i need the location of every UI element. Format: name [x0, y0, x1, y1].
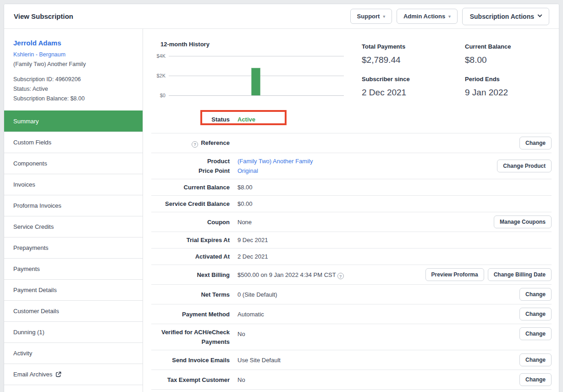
- seller-link[interactable]: Kshlerin - Bergnaum: [13, 51, 133, 58]
- stat-label: Subscriber since: [362, 76, 465, 83]
- sidebar-item-email-archives[interactable]: Email Archives: [4, 364, 143, 385]
- subscription-status: Status: Active: [13, 84, 133, 94]
- row-value: 2 Dec 2021: [237, 252, 268, 261]
- sidebar-item-customer-details[interactable]: Customer Details: [4, 300, 143, 321]
- row-next-billing: Next Billing $500.00 on 9 Jan 2022 4:34 …: [151, 265, 552, 284]
- customer-name-link[interactable]: Jerrold Adams: [13, 39, 133, 47]
- row-ach-verified: Verified for ACH/eCheck Payments No Chan…: [151, 324, 552, 350]
- product-link[interactable]: (Family Two) Another Family: [237, 156, 313, 166]
- sidebar-item-service-credits[interactable]: Service Credits: [4, 216, 143, 237]
- row-label: Send Invoice Emails: [151, 355, 230, 365]
- stat-label: Period Ends: [465, 76, 559, 83]
- external-link-icon: [55, 371, 61, 377]
- row-value: (Family Two) Another Family Original: [237, 156, 313, 176]
- sidebar-item-custom-fields[interactable]: Custom Fields: [4, 132, 143, 153]
- support-menu-button[interactable]: Support ▾: [350, 9, 392, 24]
- row-reference: ?Reference Change: [151, 133, 552, 153]
- subscription-stats: Total Payments $2,789.44 Current Balance…: [362, 43, 559, 98]
- sidebar-item-prepayments[interactable]: Prepayments: [4, 237, 143, 258]
- change-ach-verified-button[interactable]: Change: [519, 327, 552, 340]
- sidebar-item-invoices[interactable]: Invoices: [4, 174, 143, 195]
- change-reference-button[interactable]: Change: [519, 137, 552, 149]
- change-net-terms-button[interactable]: Change: [519, 288, 552, 301]
- subscription-sidebar: Jerrold Adams Kshlerin - Bergnaum (Famil…: [4, 29, 143, 392]
- y-axis-tick: $4K: [156, 53, 166, 59]
- sidebar-item-partial[interactable]: [4, 385, 143, 392]
- row-value: None: [237, 217, 252, 227]
- manage-coupons-button[interactable]: Manage Coupons: [494, 215, 552, 228]
- stat-period-ends: Period Ends 9 Jan 2022: [465, 76, 559, 98]
- change-send-invoice-emails-button[interactable]: Change: [519, 353, 552, 366]
- chevron-down-icon: ▾: [448, 14, 451, 19]
- change-billing-date-button[interactable]: Change Billing Date: [488, 268, 552, 281]
- admin-actions-menu-button[interactable]: Admin Actions ▾: [397, 9, 458, 24]
- row-coupon: Coupon None Manage Coupons: [151, 212, 552, 232]
- change-tax-exempt-button[interactable]: Change: [519, 373, 552, 386]
- sidebar-item-proforma-invoices[interactable]: Proforma Invoices: [4, 195, 143, 216]
- customer-info: Jerrold Adams Kshlerin - Bergnaum (Famil…: [4, 29, 143, 110]
- product-name: (Family Two) Another Family: [13, 61, 133, 67]
- twelve-month-history-chart: 12-month History $4K $2K $0: [160, 41, 344, 98]
- subscription-balance: Subscription Balance: $8.00: [13, 94, 133, 104]
- stat-value: 2 Dec 2021: [362, 88, 465, 98]
- row-service-credit-balance: Service Credit Balance $0.00: [151, 195, 552, 212]
- stat-value: 9 Jan 2022: [465, 88, 559, 98]
- row-label: Activated At: [151, 252, 230, 261]
- row-label: Coupon: [151, 217, 230, 227]
- stat-value: $8.00: [465, 55, 559, 65]
- row-label: ?Reference: [151, 138, 230, 148]
- price-point-link[interactable]: Original: [237, 166, 313, 176]
- chart-bars: [169, 56, 344, 95]
- help-icon[interactable]: ?: [337, 273, 344, 279]
- overview-section: 12-month History $4K $2K $0 Total Paymen…: [143, 29, 559, 98]
- page-header: View Subscription Support ▾ Admin Action…: [4, 4, 559, 29]
- row-send-invoice-emails: Send Invoice Emails Use Site Default Cha…: [151, 350, 552, 370]
- row-label: Trial Expires At: [151, 235, 230, 245]
- row-label: Net Terms: [151, 290, 230, 299]
- chart-title: 12-month History: [160, 41, 344, 48]
- status-label: Status: [151, 116, 230, 123]
- row-value: Automatic: [237, 309, 264, 319]
- subscription-actions-button[interactable]: Subscription Actions: [462, 8, 549, 25]
- sidebar-item-payments[interactable]: Payments: [4, 258, 143, 279]
- subscription-details-table: ?Reference Change Product Price Point (F…: [151, 133, 552, 392]
- row-value: 0 (Site Default): [237, 290, 277, 299]
- sidebar-item-dunning[interactable]: Dunning (1): [4, 321, 143, 342]
- status-value: Active: [237, 116, 255, 123]
- row-value: No: [237, 329, 245, 339]
- sidebar-item-payment-details[interactable]: Payment Details: [4, 279, 143, 300]
- header-actions: Support ▾ Admin Actions ▾ Subscription A…: [350, 8, 549, 25]
- row-value: Use Site Default: [237, 355, 281, 365]
- chevron-down-icon: ▾: [383, 14, 385, 19]
- stat-label: Current Balance: [465, 43, 559, 50]
- sidebar-item-label: Email Archives: [13, 371, 52, 378]
- status-section: Status Active: [143, 98, 559, 133]
- row-value: $500.00 on 9 Jan 2022 4:34 PM CST?: [237, 270, 344, 280]
- preview-proforma-button[interactable]: Preview Proforma: [425, 268, 484, 281]
- summary-panel: 12-month History $4K $2K $0 Total Paymen…: [143, 29, 559, 392]
- sidebar-item-components[interactable]: Components: [4, 153, 143, 174]
- subscription-actions-label: Subscription Actions: [470, 13, 534, 20]
- row-label: Payment Method: [151, 309, 230, 319]
- stat-value: $2,789.44: [362, 55, 465, 65]
- gridline: [169, 95, 344, 96]
- chevron-down-icon: [538, 13, 542, 17]
- sidebar-menu: Summary Custom Fields Components Invoice…: [4, 110, 143, 392]
- history-bar: [251, 68, 260, 95]
- change-product-button[interactable]: Change Product: [497, 160, 552, 172]
- chart-plot: $4K $2K $0: [169, 56, 344, 95]
- page-title: View Subscription: [14, 12, 73, 20]
- row-value: $8.00: [237, 182, 253, 192]
- row-activated-at: Activated At 2 Dec 2021: [151, 248, 552, 265]
- row-label: Verified for ACH/eCheck Payments: [151, 327, 230, 347]
- row-product: Product Price Point (Family Two) Another…: [151, 153, 552, 179]
- sidebar-item-activity[interactable]: Activity: [4, 342, 143, 364]
- admin-actions-label: Admin Actions: [403, 13, 445, 20]
- change-payment-method-button[interactable]: Change: [519, 308, 552, 320]
- help-icon[interactable]: ?: [192, 141, 198, 148]
- sidebar-item-summary[interactable]: Summary: [4, 110, 143, 132]
- row-value: No: [237, 375, 245, 385]
- row-value: 9 Dec 2021: [237, 235, 268, 245]
- view-subscription-card: View Subscription Support ▾ Admin Action…: [4, 4, 559, 392]
- row-net-terms: Net Terms 0 (Site Default) Change: [151, 284, 552, 304]
